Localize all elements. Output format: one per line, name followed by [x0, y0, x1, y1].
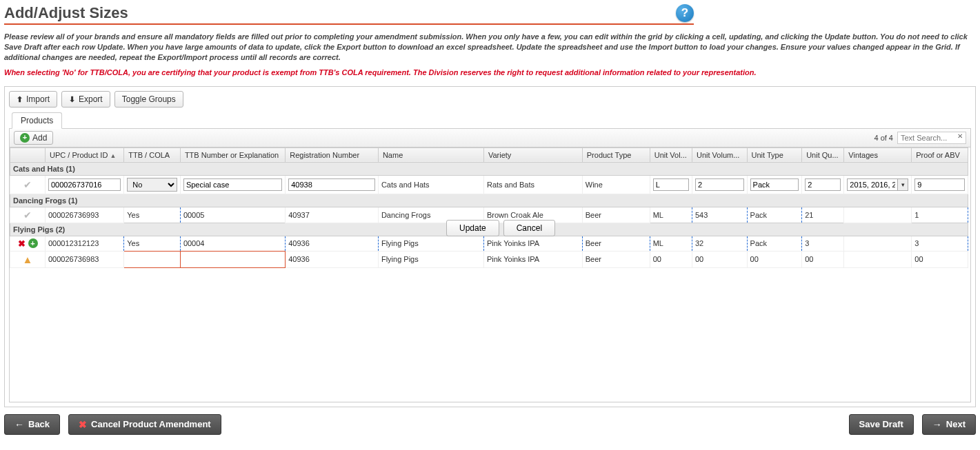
group-header[interactable]: Cats and Hats (1)	[10, 162, 968, 175]
upc-cell[interactable]: 000026736983	[46, 251, 124, 267]
import-label: Import	[26, 94, 50, 104]
products-grid: UPC / Product ID ▲ TTB / COLA TTB Number…	[10, 147, 968, 268]
sort-asc-icon: ▲	[110, 152, 116, 159]
add-bar: + Add 4 of 4 ✕	[9, 129, 971, 147]
vintages-input[interactable]	[847, 178, 897, 191]
name-cell[interactable]: Flying Pigs	[378, 236, 483, 251]
proof-input[interactable]	[914, 178, 965, 191]
col-ttb-number[interactable]: TTB Number or Explanation	[180, 147, 285, 162]
col-unit-qu[interactable]: Unit Qu...	[802, 147, 844, 162]
help-icon[interactable]: ?	[676, 4, 694, 22]
add-button[interactable]: + Add	[14, 131, 53, 145]
unit-vol-input[interactable]	[653, 178, 689, 191]
cancel-row-button[interactable]: Cancel	[503, 220, 555, 236]
group-header[interactable]: Dancing Frogs (1)	[10, 194, 968, 207]
name-cell: Flying Pigs	[378, 251, 483, 267]
cancel-amendment-button[interactable]: ✖ Cancel Product Amendment	[68, 414, 221, 435]
arrow-left-icon: ←	[14, 419, 24, 430]
unit-vol-cell[interactable]: ML	[650, 207, 692, 223]
ttb-cola-cell[interactable]: Yes	[124, 236, 181, 251]
unit-type-cell[interactable]: 00	[747, 251, 802, 267]
save-draft-button[interactable]: Save Draft	[849, 414, 914, 435]
unit-volume-cell[interactable]: 00	[692, 251, 747, 267]
table-row: ✔ No Yes Cats and Hats Rats and Bats Win…	[10, 175, 968, 194]
proof-cell[interactable]: 3	[912, 236, 968, 251]
vintages-cell[interactable]	[844, 236, 912, 251]
col-upc[interactable]: UPC / Product ID ▲	[46, 147, 124, 162]
upload-icon	[17, 94, 23, 104]
vintages-cell[interactable]	[844, 251, 912, 267]
product-type-cell: Beer	[582, 251, 650, 267]
registration-input[interactable]	[288, 178, 375, 191]
col-unit-vol[interactable]: Unit Vol...	[650, 147, 692, 162]
delete-row-icon[interactable]: ✖	[18, 238, 26, 249]
toggle-groups-label: Toggle Groups	[122, 94, 176, 104]
unit-volume-cell[interactable]: 32	[692, 236, 747, 251]
upc-cell[interactable]: 000026736993	[46, 207, 124, 223]
back-label: Back	[28, 419, 50, 429]
unit-type-input[interactable]	[750, 178, 799, 191]
header-row: UPC / Product ID ▲ TTB / COLA TTB Number…	[10, 147, 968, 162]
unit-volume-input[interactable]	[695, 178, 744, 191]
col-unit-type[interactable]: Unit Type	[747, 147, 802, 162]
add-row-icon[interactable]: +	[28, 238, 38, 248]
col-proof[interactable]: Proof or ABV	[912, 147, 968, 162]
arrow-right-icon: →	[932, 419, 942, 430]
footer: ← Back ✖ Cancel Product Amendment Save D…	[4, 414, 976, 435]
update-row-button[interactable]: Update	[446, 220, 499, 236]
cancel-amendment-label: Cancel Product Amendment	[91, 419, 211, 429]
product-type-cell: Wine	[582, 175, 650, 194]
close-icon: ✖	[79, 419, 87, 430]
col-product-type[interactable]: Product Type	[582, 147, 650, 162]
registration-cell[interactable]: 40936	[286, 236, 379, 251]
grid-panel: Import Export Toggle Groups Products + A…	[4, 86, 976, 407]
unit-qu-input[interactable]	[805, 178, 841, 191]
unit-qu-cell[interactable]: 21	[802, 207, 844, 223]
upc-cell[interactable]: 000012312123	[46, 236, 124, 251]
ttb-number-cell[interactable]	[180, 251, 285, 267]
ttb-number-cell[interactable]: 00005	[180, 207, 285, 223]
proof-cell[interactable]: 00	[912, 251, 968, 267]
vintages-dropdown-icon[interactable]: ▾	[897, 178, 908, 191]
unit-type-cell[interactable]: Pack	[747, 207, 802, 223]
back-button[interactable]: ← Back	[4, 414, 60, 435]
col-unit-volume[interactable]: Unit Volum...	[692, 147, 747, 162]
vintages-cell[interactable]	[844, 207, 912, 223]
col-ttb-cola[interactable]: TTB / COLA	[124, 147, 181, 162]
ttb-number-input[interactable]	[183, 178, 282, 191]
col-registration[interactable]: Registration Number	[286, 147, 379, 162]
unit-type-cell[interactable]: Pack	[747, 236, 802, 251]
unit-volume-cell[interactable]: 543	[692, 207, 747, 223]
clear-search-icon[interactable]: ✕	[955, 132, 965, 142]
col-name[interactable]: Name	[378, 147, 483, 162]
ttb-cola-select[interactable]: No Yes	[127, 178, 177, 192]
name-cell: Cats and Hats	[378, 175, 483, 194]
registration-cell[interactable]: 40936	[286, 251, 379, 267]
next-label: Next	[946, 419, 966, 429]
unit-vol-cell[interactable]: 00	[650, 251, 692, 267]
unit-qu-cell[interactable]: 3	[802, 236, 844, 251]
ttb-number-cell[interactable]: 00004	[180, 236, 285, 251]
tabstrip: Products	[9, 112, 971, 129]
ttb-cola-cell[interactable]: Yes	[124, 207, 181, 223]
product-type-cell: Beer	[582, 207, 650, 223]
registration-cell[interactable]: 40937	[286, 207, 379, 223]
tab-products[interactable]: Products	[12, 112, 62, 129]
next-button[interactable]: → Next	[922, 414, 976, 435]
import-button[interactable]: Import	[9, 91, 57, 108]
upc-input[interactable]	[48, 178, 121, 191]
warning-icon: ▲	[23, 254, 33, 265]
unit-vol-cell[interactable]: ML	[650, 236, 692, 251]
variety-cell[interactable]: Pink Yoinks IPA	[483, 236, 582, 251]
ttb-cola-cell[interactable]	[124, 251, 181, 267]
check-icon: ✔	[23, 209, 32, 221]
col-vintages[interactable]: Vintages	[844, 147, 912, 162]
plus-icon: +	[20, 133, 30, 143]
product-type-cell[interactable]: Beer	[582, 236, 650, 251]
export-button[interactable]: Export	[61, 91, 110, 108]
unit-qu-cell[interactable]: 00	[802, 251, 844, 267]
col-variety[interactable]: Variety	[483, 147, 582, 162]
proof-cell[interactable]: 1	[912, 207, 968, 223]
download-icon	[69, 94, 75, 104]
toggle-groups-button[interactable]: Toggle Groups	[114, 91, 183, 108]
